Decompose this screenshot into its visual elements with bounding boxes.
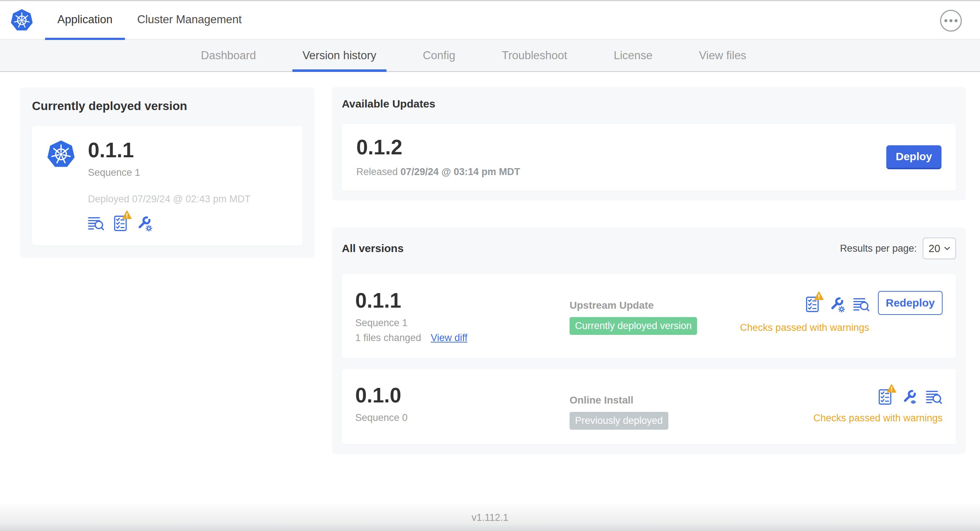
all-versions-title: All versions bbox=[342, 242, 404, 254]
currently-deployed-card: 0.1.1 Sequence 1 Deployed 07/29/24 @ 02:… bbox=[32, 126, 302, 245]
ellipsis-menu-icon[interactable] bbox=[940, 10, 962, 32]
tab-cluster-management[interactable]: Cluster Management bbox=[125, 1, 254, 40]
admin-console-version: v1.112.1 bbox=[471, 512, 509, 523]
tab-license[interactable]: License bbox=[590, 40, 676, 71]
tab-version-history[interactable]: Version history bbox=[279, 40, 399, 71]
warning-triangle-icon bbox=[887, 384, 896, 393]
preflight-checks-icon[interactable] bbox=[804, 296, 821, 313]
update-released-date: Released 07/29/24 @ 03:14 pm MDT bbox=[356, 166, 520, 178]
warning-triangle-icon bbox=[814, 291, 824, 300]
results-per-page-select[interactable]: 20 bbox=[923, 237, 956, 259]
config-icon[interactable] bbox=[829, 296, 845, 313]
update-version-number: 0.1.2 bbox=[356, 137, 520, 157]
version-source-label: Upstream Update bbox=[570, 300, 740, 311]
release-notes-icon[interactable] bbox=[853, 296, 870, 313]
deployment-status-badge: Previously deployed bbox=[570, 412, 668, 430]
currently-deployed-title: Currently deployed version bbox=[32, 99, 302, 113]
row-sequence: Sequence 1 bbox=[355, 318, 570, 329]
top-navbar: Application Cluster Management bbox=[0, 0, 980, 40]
released-date-value: 07/29/24 @ 03:14 pm MDT bbox=[401, 166, 520, 177]
results-per-page-value: 20 bbox=[928, 243, 940, 254]
released-label: Released bbox=[356, 166, 398, 177]
release-notes-icon[interactable] bbox=[926, 389, 943, 405]
deployment-status-badge: Currently deployed version bbox=[570, 317, 697, 335]
preflight-checks-icon[interactable] bbox=[877, 389, 893, 405]
files-changed-label: 1 files changed bbox=[355, 332, 422, 343]
row-version-number: 0.1.0 bbox=[355, 385, 570, 406]
tab-application[interactable]: Application bbox=[45, 1, 125, 40]
tab-view-files[interactable]: View files bbox=[676, 40, 769, 71]
currently-deployed-panel: Currently deployed version 0.1.1 Sequenc… bbox=[20, 87, 315, 258]
available-update-card: 0.1.2 Released 07/29/24 @ 03:14 pm MDT D… bbox=[342, 124, 956, 191]
config-icon[interactable] bbox=[136, 215, 153, 232]
row-sequence: Sequence 0 bbox=[355, 412, 570, 423]
kubernetes-app-icon bbox=[46, 140, 76, 169]
row-version-number: 0.1.1 bbox=[355, 290, 570, 311]
warning-triangle-icon bbox=[122, 210, 132, 219]
redeploy-button[interactable]: Redeploy bbox=[878, 291, 943, 315]
version-row: 0.1.1 Sequence 1 1 files changed View di… bbox=[342, 274, 956, 358]
top-nav-tabs: Application Cluster Management bbox=[45, 1, 254, 39]
tab-dashboard[interactable]: Dashboard bbox=[178, 40, 279, 71]
available-updates-panel: Available Updates 0.1.2 Released 07/29/2… bbox=[332, 87, 966, 200]
app-sub-navbar: Dashboard Version history Config Trouble… bbox=[0, 40, 980, 72]
release-notes-icon[interactable] bbox=[88, 215, 105, 232]
main-content: Currently deployed version 0.1.1 Sequenc… bbox=[0, 72, 980, 503]
tab-troubleshoot[interactable]: Troubleshoot bbox=[479, 40, 590, 71]
available-updates-title: Available Updates bbox=[342, 98, 956, 110]
version-source-label: Online Install bbox=[570, 394, 813, 406]
config-view-icon[interactable] bbox=[901, 389, 918, 405]
tab-config[interactable]: Config bbox=[399, 40, 479, 71]
view-diff-link[interactable]: View diff bbox=[431, 332, 468, 343]
current-version-deployed-date: Deployed 07/29/24 @ 02:43 pm MDT bbox=[88, 194, 251, 205]
chevron-down-icon bbox=[944, 246, 950, 250]
all-versions-panel: All versions Results per page: 20 0.1.1 … bbox=[332, 227, 966, 454]
current-version-number: 0.1.1 bbox=[88, 140, 251, 161]
kubernetes-logo-icon bbox=[10, 9, 33, 32]
current-version-sequence: Sequence 1 bbox=[88, 167, 251, 178]
app-logo bbox=[10, 1, 33, 39]
preflight-checks-icon[interactable] bbox=[112, 215, 129, 232]
version-row: 0.1.0 Sequence 0 Online Install Previous… bbox=[342, 369, 956, 444]
preflight-status-text: Checks passed with warnings bbox=[813, 413, 943, 424]
deploy-button[interactable]: Deploy bbox=[886, 145, 942, 169]
preflight-status-text: Checks passed with warnings bbox=[740, 322, 869, 334]
page-footer: v1.112.1 bbox=[0, 504, 980, 531]
results-per-page-label: Results per page: bbox=[840, 243, 917, 254]
